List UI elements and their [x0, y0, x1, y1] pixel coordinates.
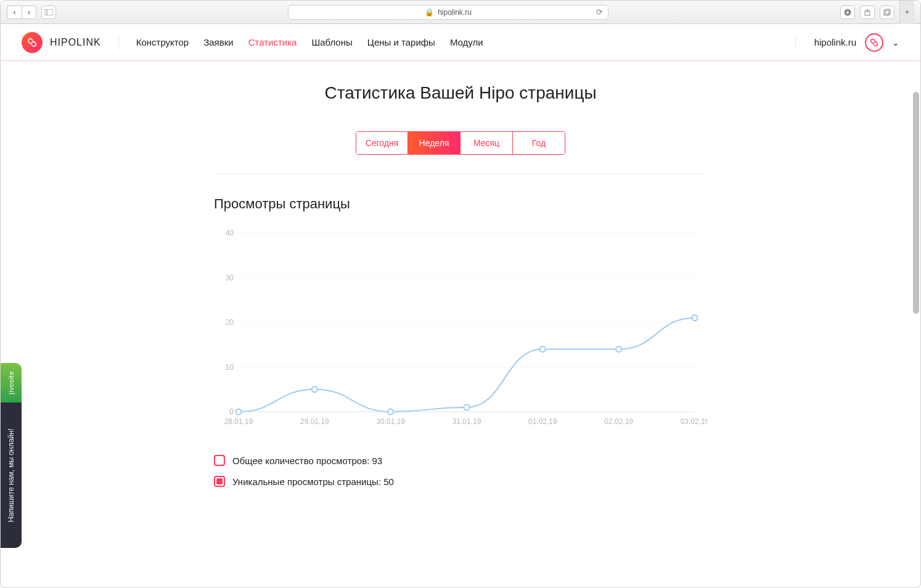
- nav-modules[interactable]: Модули: [450, 37, 483, 47]
- lock-icon: 🔒: [425, 8, 434, 17]
- page-title: Статистика Вашей Hipo страницы: [324, 83, 596, 103]
- svg-rect-5: [885, 9, 890, 14]
- divider: [214, 173, 707, 174]
- divider: [795, 35, 796, 50]
- svg-rect-4: [884, 10, 889, 15]
- link-icon[interactable]: [865, 33, 883, 52]
- nav-pricing[interactable]: Цены и тарифы: [367, 37, 435, 47]
- svg-text:03.02.19: 03.02.19: [681, 417, 707, 426]
- nav-templates[interactable]: Шаблоны: [311, 37, 352, 47]
- period-tab-week[interactable]: Неделя: [408, 131, 460, 155]
- svg-text:02.02.19: 02.02.19: [604, 417, 633, 426]
- svg-text:31.01.19: 31.01.19: [452, 417, 481, 426]
- content-area: Статистика Вашей Hipo страницы Сегодня Н…: [1, 61, 920, 587]
- legend-unique-views[interactable]: Уникальные просмотры страницы: 50: [214, 476, 707, 487]
- svg-text:0: 0: [229, 407, 234, 416]
- svg-text:29.01.19: 29.01.19: [300, 417, 329, 426]
- svg-rect-0: [44, 9, 53, 15]
- chart-title: Просмотры страницы: [214, 196, 707, 212]
- period-tabs: Сегодня Неделя Месяц Год: [356, 131, 565, 155]
- browser-back-button[interactable]: ‹: [7, 6, 22, 19]
- svg-point-23: [236, 409, 242, 415]
- legend-total-value: 93: [372, 455, 383, 466]
- svg-point-26: [464, 404, 470, 410]
- svg-point-29: [692, 315, 698, 321]
- browser-tabs-button[interactable]: [880, 6, 894, 19]
- svg-text:01.02.19: 01.02.19: [528, 417, 557, 426]
- browser-address-bar[interactable]: 🔒 hipolink.ru ⟳: [288, 5, 608, 20]
- main-nav: Конструктор Заявки Статистика Шаблоны Це…: [136, 37, 483, 47]
- scrollbar[interactable]: [913, 92, 919, 314]
- period-tab-today[interactable]: Сегодня: [356, 131, 408, 155]
- user-domain[interactable]: hipolink.ru: [814, 37, 856, 47]
- views-chart: 01020304028.01.1929.01.1930.01.1931.01.1…: [214, 227, 707, 430]
- svg-point-24: [312, 386, 317, 392]
- browser-new-tab-button[interactable]: +: [899, 1, 914, 24]
- svg-text:40: 40: [226, 229, 234, 237]
- browser-share-button[interactable]: [860, 6, 875, 19]
- svg-text:28.01.19: 28.01.19: [224, 417, 253, 426]
- jivosite-text: Напишите нам, мы онлайн!: [7, 428, 15, 522]
- jivosite-widget[interactable]: jivosite Напишите нам, мы онлайн!: [1, 363, 22, 548]
- period-tab-year[interactable]: Год: [513, 131, 565, 155]
- browser-url: hipolink.ru: [438, 8, 472, 17]
- svg-text:30: 30: [226, 274, 234, 282]
- legend-total-label: Общее количество просмотров:: [232, 455, 369, 466]
- checkbox-empty-icon[interactable]: [214, 455, 225, 466]
- svg-point-27: [540, 346, 546, 352]
- browser-sidebar-button[interactable]: [41, 6, 56, 19]
- svg-text:20: 20: [226, 318, 234, 327]
- nav-statistics[interactable]: Статистика: [248, 37, 297, 47]
- legend-total-views[interactable]: Общее количество просмотров: 93: [214, 455, 707, 466]
- chevron-down-icon[interactable]: ⌄: [892, 38, 899, 47]
- divider: [118, 35, 119, 50]
- site-header: HIPOLINK Конструктор Заявки Статистика Ш…: [1, 24, 920, 61]
- checkbox-filled-icon[interactable]: [214, 476, 225, 487]
- period-tab-month[interactable]: Месяц: [460, 131, 513, 155]
- svg-text:10: 10: [226, 363, 234, 372]
- browser-forward-button[interactable]: ›: [22, 6, 36, 19]
- legend-unique-value: 50: [383, 476, 394, 487]
- nav-requests[interactable]: Заявки: [203, 37, 233, 47]
- reload-icon[interactable]: ⟳: [596, 7, 603, 17]
- browser-download-button[interactable]: [840, 6, 855, 19]
- brand-name: HIPOLINK: [50, 37, 101, 48]
- nav-constructor[interactable]: Конструктор: [136, 37, 189, 47]
- browser-toolbar: ‹ › 🔒 hipolink.ru ⟳ +: [1, 1, 920, 24]
- svg-text:30.01.19: 30.01.19: [376, 417, 405, 426]
- svg-point-28: [616, 346, 621, 352]
- jivosite-brand: jivosite: [7, 371, 15, 394]
- logo-icon[interactable]: [22, 32, 43, 53]
- legend-unique-label: Уникальные просмотры страницы:: [232, 476, 381, 487]
- chart-legend: Общее количество просмотров: 93 Уникальн…: [214, 455, 707, 487]
- svg-point-25: [388, 409, 393, 415]
